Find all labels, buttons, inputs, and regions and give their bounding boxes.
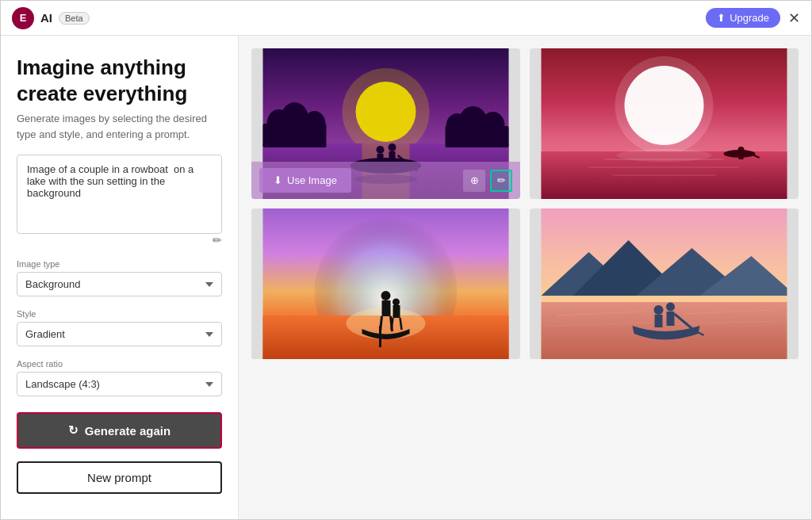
- aspect-ratio-label: Aspect ratio: [17, 359, 222, 369]
- aspect-ratio-group: Aspect ratio Landscape (4:3) Portrait (3…: [17, 359, 222, 396]
- header: E AI Beta ⬆ Upgrade ✕: [1, 1, 811, 36]
- svg-rect-37: [382, 300, 391, 316]
- style-select[interactable]: Gradient Realistic Cartoon Sketch: [17, 322, 222, 346]
- image-card-1[interactable]: ⬇ Use Image ⊕ ✏: [251, 48, 520, 199]
- svg-rect-39: [393, 305, 400, 318]
- style-label: Style: [17, 309, 222, 319]
- svg-point-8: [304, 111, 326, 136]
- header-left: E AI Beta: [12, 7, 90, 29]
- use-image-label-1: Use Image: [287, 174, 337, 186]
- hero-title: Imagine anything create everything: [17, 55, 222, 106]
- svg-point-16: [389, 143, 396, 151]
- svg-point-27: [617, 149, 712, 162]
- svg-point-55: [666, 303, 675, 312]
- beta-badge: Beta: [59, 12, 90, 25]
- main-content: Imagine anything create everything Gener…: [1, 36, 811, 519]
- left-panel: Imagine anything create everything Gener…: [1, 36, 239, 519]
- svg-point-22: [615, 56, 714, 155]
- aspect-ratio-select[interactable]: Landscape (4:3) Portrait (3:4) Square (1…: [17, 372, 222, 396]
- style-group: Style Gradient Realistic Cartoon Sketch: [17, 309, 222, 346]
- generate-label: Generate again: [85, 424, 170, 438]
- hero-section: Imagine anything create everything Gener…: [17, 55, 222, 142]
- svg-point-2: [343, 68, 430, 155]
- hero-subtitle: Generate images by selecting the desired…: [17, 111, 222, 142]
- svg-rect-30: [739, 153, 744, 159]
- app-container: E AI Beta ⬆ Upgrade ✕ Imagine anything c…: [0, 0, 812, 520]
- image-type-group: Image type Background Portrait Landscape…: [17, 259, 222, 296]
- header-right: ⬆ Upgrade ✕: [706, 8, 800, 28]
- zoom-icon-1: ⊕: [470, 174, 479, 186]
- image-card-4[interactable]: [530, 208, 799, 359]
- generate-button[interactable]: ↻ Generate again: [17, 412, 222, 449]
- svg-point-36: [381, 291, 391, 300]
- image-card-2[interactable]: [530, 48, 799, 199]
- svg-point-38: [393, 299, 400, 306]
- svg-rect-56: [667, 312, 675, 326]
- edit-button-1[interactable]: ✏: [490, 170, 512, 192]
- close-button[interactable]: ✕: [788, 11, 800, 25]
- image-type-select[interactable]: Background Portrait Landscape Abstract: [17, 272, 222, 296]
- elementor-logo: E: [12, 7, 34, 29]
- new-prompt-button[interactable]: New prompt: [17, 461, 222, 494]
- image-grid: ⬇ Use Image ⊕ ✏: [251, 48, 799, 359]
- image-overlay-1: ⬇ Use Image ⊕ ✏: [251, 162, 520, 199]
- prompt-textarea[interactable]: Image of a couple in a rowboat on a lake…: [17, 155, 222, 234]
- upgrade-icon: ⬆: [717, 12, 726, 24]
- right-panel: ⬇ Use Image ⊕ ✏: [239, 36, 811, 519]
- image-type-label: Image type: [17, 259, 222, 269]
- overlay-actions-1: ⊕ ✏: [463, 170, 512, 192]
- use-image-icon-1: ⬇: [274, 174, 282, 186]
- prompt-section: Image of a couple in a rowboat on a lake…: [17, 155, 222, 247]
- prompt-edit-row: ✏: [17, 234, 222, 247]
- edit-icon-1: ✏: [497, 174, 506, 186]
- image-card-3[interactable]: [251, 208, 520, 359]
- svg-point-29: [738, 147, 745, 153]
- upgrade-button[interactable]: ⬆ Upgrade: [706, 8, 780, 28]
- svg-rect-54: [655, 315, 663, 327]
- svg-point-53: [654, 305, 664, 315]
- ai-label: AI: [40, 11, 52, 25]
- svg-point-14: [377, 146, 385, 154]
- svg-point-12: [481, 112, 505, 139]
- prompt-edit-icon[interactable]: ✏: [213, 234, 222, 247]
- zoom-button-1[interactable]: ⊕: [463, 170, 485, 192]
- use-image-button-1[interactable]: ⬇ Use Image: [259, 168, 351, 193]
- generate-icon: ↻: [68, 423, 79, 438]
